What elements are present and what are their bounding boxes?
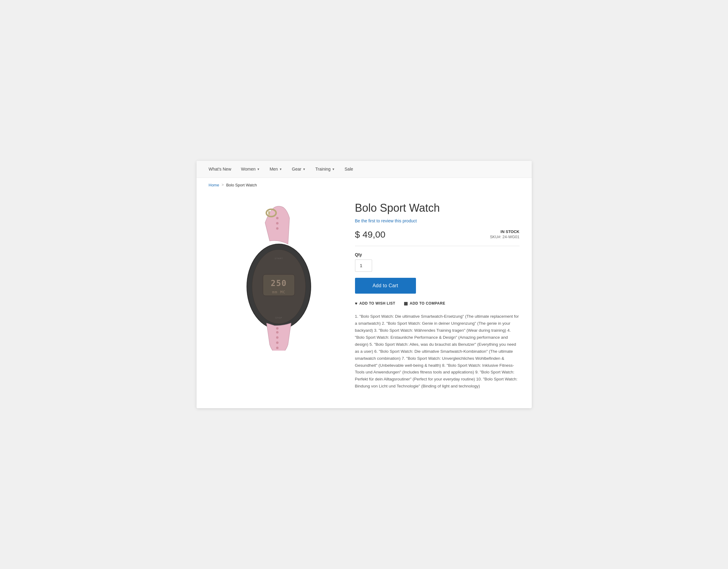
review-link[interactable]: Be the first to review this product [355,219,417,223]
sku-value: SKU#: 24-WG01 [490,235,520,239]
wishlist-compare-row: ♥ ADD TO WISH LIST ▩ ADD TO COMPARE [355,301,520,306]
nav-label-men: Men [270,167,278,172]
divider [355,246,520,246]
breadcrumb: Home > Bolo Sport Watch [197,178,532,192]
chevron-down-icon: ▼ [303,168,306,171]
navbar: What's New Women ▼ Men ▼ Gear ▼ Training… [197,161,532,178]
product-description: 1. "Bolo Sport Watch: Die ultimative Sma… [355,313,520,390]
product-image-area: 250 mm MC START STOP [209,198,337,357]
svg-text:250: 250 [271,279,287,288]
compare-label: ADD TO COMPARE [410,301,446,305]
nav-item-men[interactable]: Men ▼ [270,167,282,172]
heart-icon: ♥ [355,301,358,306]
stock-info: IN STOCK SKU#: 24-WG01 [490,230,520,239]
nav-item-women[interactable]: Women ▼ [241,167,260,172]
breadcrumb-separator: > [222,183,224,187]
svg-rect-4 [268,211,270,215]
availability-badge: IN STOCK [490,230,520,234]
svg-point-16 [276,347,279,349]
add-to-cart-button[interactable]: Add to Cart [355,278,416,293]
svg-point-15 [276,327,279,329]
nav-item-whats-new[interactable]: What's New [209,167,231,172]
breadcrumb-home-link[interactable]: Home [209,183,219,187]
nav-item-training[interactable]: Training ▼ [315,167,335,172]
svg-point-2 [276,227,279,230]
product-title: Bolo Sport Watch [355,201,520,215]
nav-label-whats-new: What's New [209,167,231,172]
chevron-down-icon: ▼ [332,168,335,171]
svg-point-14 [276,341,279,344]
add-to-compare-button[interactable]: ▩ ADD TO COMPARE [404,301,445,306]
nav-label-women: Women [241,167,256,172]
sku-number: 24-WG01 [502,235,520,239]
nav-item-sale[interactable]: Sale [345,167,353,172]
sku-label: SKU#: [490,235,502,239]
product-image: 250 mm MC START STOP [218,205,328,350]
svg-text:STOP: STOP [275,317,282,319]
nav-label-sale: Sale [345,167,353,172]
svg-point-13 [276,336,279,339]
qty-input[interactable] [355,260,372,272]
svg-text:START: START [275,258,283,260]
svg-point-1 [276,222,279,225]
nav-item-gear[interactable]: Gear ▼ [292,167,306,172]
page-card: What's New Women ▼ Men ▼ Gear ▼ Training… [197,161,532,408]
chevron-down-icon: ▼ [257,168,260,171]
svg-text:mm MC: mm MC [272,290,285,294]
qty-label: Qty [355,252,520,257]
nav-label-gear: Gear [292,167,301,172]
price-row: $ 49,00 IN STOCK SKU#: 24-WG01 [355,230,520,240]
nav-label-training: Training [315,167,331,172]
svg-point-0 [276,217,279,219]
compare-icon: ▩ [404,301,408,306]
product-layout: 250 mm MC START STOP Bolo Sport [197,192,532,408]
breadcrumb-current: Bolo Sport Watch [226,183,257,187]
chevron-down-icon: ▼ [279,168,282,171]
product-price: $ 49,00 [355,230,385,240]
add-to-wishlist-button[interactable]: ♥ ADD TO WISH LIST [355,301,396,306]
product-info: Bolo Sport Watch Be the first to review … [355,198,520,390]
svg-point-12 [276,331,279,333]
wishlist-label: ADD TO WISH LIST [359,301,395,305]
